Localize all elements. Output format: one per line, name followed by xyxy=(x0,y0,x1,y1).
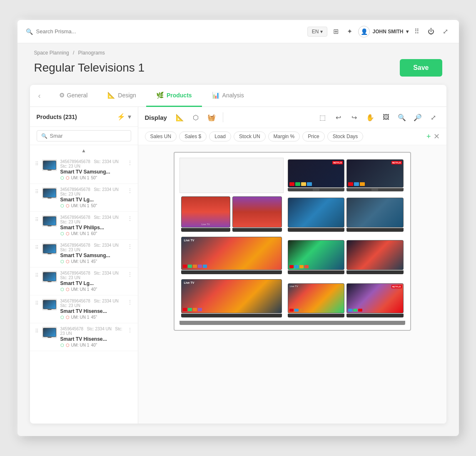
layout-icon[interactable]: ⊞ xyxy=(331,26,341,37)
product-sku: 3456789645678 Stc: 2334 UN Stc: 23 UN xyxy=(60,187,124,196)
breadcrumb-separator: / xyxy=(73,50,74,56)
nav-right: EN ▾ ⊞ ✦ 👤 JOHN SMITH ▾ ⠿ ⏻ ⤢ xyxy=(307,26,451,37)
tv-unit-4 xyxy=(232,196,282,232)
search-icon: 🔍 xyxy=(26,28,33,35)
basket-icon[interactable]: 🧺 xyxy=(205,111,218,124)
tv-screen-7: Live TV xyxy=(181,237,282,270)
filter-icon[interactable]: ⚡ xyxy=(117,113,125,121)
metric-chip-stock-days[interactable]: Stock Days xyxy=(327,131,364,141)
tab-design[interactable]: 📐 Design xyxy=(97,85,146,107)
panel-search-icon: 🔍 xyxy=(41,133,47,139)
sort-icon[interactable]: ▾ xyxy=(128,113,131,121)
shelf-tvs-1: NETFLIX xyxy=(286,158,405,193)
shape-tool-icon[interactable]: ⬡ xyxy=(189,111,202,124)
tv-unit-3: Live TV xyxy=(181,196,231,232)
redo-icon[interactable]: ↪ xyxy=(348,111,361,124)
apps-icon[interactable]: ⠿ xyxy=(412,26,422,37)
list-item[interactable]: ⠿ 3456789645678 Stc: 2334 UN Stc: 23 UN … xyxy=(30,240,138,268)
app-window: 🔍 EN ▾ ⊞ ✦ 👤 JOHN SMITH ▾ ⠿ ⏻ ⤢ Space Pl… xyxy=(17,20,459,436)
user-area[interactable]: 👤 JOHN SMITH ▾ xyxy=(358,26,408,37)
back-icon[interactable]: ‹ xyxy=(38,92,46,100)
draw-tool-icon[interactable]: 📐 xyxy=(174,111,186,124)
more-icon[interactable]: ⋮ xyxy=(127,159,133,166)
meta-um: UM: UN 1 xyxy=(71,315,90,320)
meta-green-icon: ⬡ xyxy=(60,176,64,180)
product-sku: 3456789645678 Stc: 2334 UN Stc: 23 UN xyxy=(60,159,124,169)
list-item[interactable]: ⠿ 3456789645678 Stc: 2334 UN Stc: 23 UN … xyxy=(30,268,138,295)
list-item[interactable]: ⠿ 3456789645678 Stc: 2334 UN Stc: 23 UN … xyxy=(30,156,138,184)
tv-base-11 xyxy=(288,314,345,317)
product-sku: 3456789645678 Stc: 2334 UN Stc: 23 UN xyxy=(60,215,124,224)
meta-red-icon: ⬡ xyxy=(66,231,70,236)
shelf-empty-1 xyxy=(179,158,284,193)
metric-add-icon[interactable]: + xyxy=(426,132,431,141)
tabs-row: ‹ ⚙ General 📐 Design 🌿 Products 📊 Analys… xyxy=(30,85,446,107)
tab-general[interactable]: ⚙ General xyxy=(49,85,98,107)
metric-chip-sales-un[interactable]: Sales UN xyxy=(145,131,177,141)
drag-handle-icon: ⠿ xyxy=(35,300,39,306)
drag-handle-icon: ⠿ xyxy=(35,273,39,278)
meta-red-icon: ⬡ xyxy=(66,315,70,320)
product-thumbnail xyxy=(42,299,57,310)
list-item[interactable]: ⠿ 3459645678 Stc: 2334 UN Stc: 23 UN Sma… xyxy=(30,323,138,351)
app-icon-25 xyxy=(353,309,357,312)
meta-size: 45" xyxy=(91,315,97,320)
more-icon[interactable]: ⋮ xyxy=(127,327,133,333)
tv-screen-8 xyxy=(288,240,345,270)
tv-base-8 xyxy=(288,270,345,274)
tv-unit-7: Live TV xyxy=(181,237,282,274)
metric-chip-margin[interactable]: Margin % xyxy=(268,131,300,141)
save-button[interactable]: Save xyxy=(400,59,442,77)
meta-um: UM: UN 1 xyxy=(71,203,90,208)
shelf-row-4: Live TV xyxy=(179,278,405,319)
app-icon-1 xyxy=(289,182,294,186)
tab-products-label: Products xyxy=(167,92,192,99)
more-icon[interactable]: ⋮ xyxy=(127,215,133,222)
panel-actions: ⚡ ▾ xyxy=(117,113,131,121)
app-icon-12 xyxy=(203,265,207,268)
metric-chip-load[interactable]: Load xyxy=(209,131,231,141)
more-icon[interactable]: ⋮ xyxy=(127,187,133,194)
panel-collapse[interactable]: ▲ xyxy=(30,145,138,156)
undo-icon[interactable]: ↩ xyxy=(332,111,345,124)
tv-unit-9 xyxy=(346,240,404,274)
fullscreen-icon[interactable]: ⤢ xyxy=(440,26,451,37)
products-icon: 🌿 xyxy=(156,92,164,99)
panel-search-input[interactable] xyxy=(50,133,127,139)
meta-green-icon: ⬡ xyxy=(60,287,64,292)
metric-chip-stock-un[interactable]: Stock UN xyxy=(234,131,266,141)
more-icon[interactable]: ⋮ xyxy=(127,299,133,305)
product-info: 3456789645678 Stc: 2334 UN Stc: 23 UN Sm… xyxy=(60,159,124,180)
list-item[interactable]: ⠿ 3456789645678 Stc: 2334 UN Stc: 23 UN … xyxy=(30,295,138,323)
tab-analysis[interactable]: 📊 Analysis xyxy=(202,85,254,107)
tv-base-5 xyxy=(288,228,345,232)
product-name: Smart TV Lg... xyxy=(60,197,124,203)
list-item[interactable]: ⠿ 3456789645678 Stc: 2334 UN Stc: 23 UN … xyxy=(30,184,138,212)
list-item[interactable]: ⠿ 3456789645678 Stc: 2334 UN Stc: 23 UN … xyxy=(30,212,138,240)
breadcrumb-part2: Planograms xyxy=(78,50,105,56)
metric-close-icon[interactable]: ✕ xyxy=(434,132,440,141)
image-icon[interactable]: 🖼 xyxy=(380,111,392,124)
more-icon[interactable]: ⋮ xyxy=(127,271,133,278)
settings-icon[interactable]: ✦ xyxy=(344,26,355,37)
meta-um: UM: UN 1 xyxy=(71,231,90,236)
hand-tool-icon[interactable]: ✋ xyxy=(364,111,376,124)
meta-red-icon: ⬡ xyxy=(66,203,70,208)
tab-products[interactable]: 🌿 Products xyxy=(146,85,202,107)
app-icon-7 xyxy=(360,182,365,186)
zoom-out-icon[interactable]: 🔎 xyxy=(411,111,424,124)
meta-um: UM: UN 1 xyxy=(71,176,90,180)
power-icon[interactable]: ⏻ xyxy=(425,26,437,37)
metric-chip-price[interactable]: Price xyxy=(302,131,324,141)
metric-chip-sales-dollar[interactable]: Sales $ xyxy=(179,131,207,141)
product-thumbnail xyxy=(42,187,57,199)
more-icon[interactable]: ⋮ xyxy=(127,243,133,250)
select-tool-icon[interactable]: ⬚ xyxy=(317,111,329,124)
search-input[interactable] xyxy=(36,28,120,35)
app-icon-26 xyxy=(358,309,362,312)
tv-base-3 xyxy=(181,228,231,232)
language-selector[interactable]: EN ▾ xyxy=(307,27,328,37)
product-info: 3459645678 Stc: 2334 UN Stc: 23 UN Smart… xyxy=(60,327,124,347)
fit-view-icon[interactable]: ⤢ xyxy=(427,111,440,124)
zoom-in-icon[interactable]: 🔍 xyxy=(396,111,408,124)
